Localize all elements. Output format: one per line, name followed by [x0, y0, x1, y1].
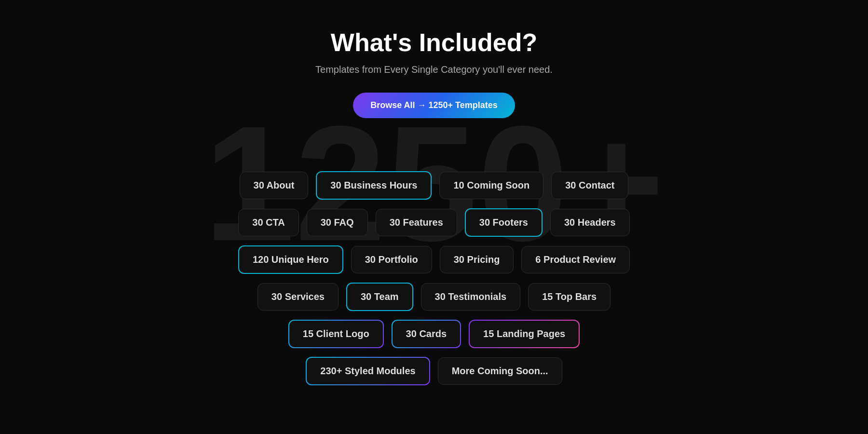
tags-row-1: 30 CTA30 FAQ30 Features30 Footers30 Head…	[238, 208, 629, 237]
tag-cards[interactable]: 30 Cards	[392, 320, 461, 348]
tags-row-3: 30 Services30 Team30 Testimonials15 Top …	[258, 283, 610, 311]
page-subtitle: Templates from Every Single Category you…	[315, 64, 553, 75]
page-title: What's Included?	[331, 29, 537, 56]
tag-headers[interactable]: 30 Headers	[550, 209, 630, 236]
tag-features[interactable]: 30 Features	[376, 209, 457, 236]
tag-portfolio[interactable]: 30 Portfolio	[351, 246, 432, 273]
tag-cta[interactable]: 30 CTA	[238, 209, 298, 236]
tag-more-coming-soon[interactable]: More Coming Soon...	[438, 357, 562, 385]
tag-pricing[interactable]: 30 Pricing	[440, 246, 514, 273]
tag-about[interactable]: 30 About	[240, 172, 309, 199]
tag-product-review[interactable]: 6 Product Review	[521, 246, 630, 273]
tag-testimonials[interactable]: 30 Testimonials	[421, 283, 521, 311]
tags-section: 30 About30 Business Hours10 Coming Soon3…	[0, 171, 868, 385]
tag-footers[interactable]: 30 Footers	[465, 208, 542, 237]
tags-row-2: 120 Unique Hero30 Portfolio30 Pricing6 P…	[238, 245, 630, 274]
tag-business-hours[interactable]: 30 Business Hours	[316, 171, 432, 200]
tag-client-logo[interactable]: 15 Client Logo	[288, 320, 384, 348]
tag-team[interactable]: 30 Team	[346, 283, 413, 311]
tag-styled-modules[interactable]: 230+ Styled Modules	[306, 357, 430, 385]
tag-faq[interactable]: 30 FAQ	[307, 209, 368, 236]
tags-row-0: 30 About30 Business Hours10 Coming Soon3…	[240, 171, 629, 200]
tags-row-5: 230+ Styled ModulesMore Coming Soon...	[306, 357, 562, 385]
tag-contact[interactable]: 30 Contact	[551, 172, 628, 199]
page-container: What's Included? Templates from Every Si…	[0, 0, 868, 434]
tag-coming-soon[interactable]: 10 Coming Soon	[439, 172, 543, 199]
tag-top-bars[interactable]: 15 Top Bars	[528, 283, 610, 311]
tag-landing-pages[interactable]: 15 Landing Pages	[469, 320, 580, 348]
tag-services[interactable]: 30 Services	[258, 283, 339, 311]
tag-unique-hero[interactable]: 120 Unique Hero	[238, 245, 343, 274]
tags-row-4: 15 Client Logo30 Cards15 Landing Pages	[288, 320, 580, 348]
